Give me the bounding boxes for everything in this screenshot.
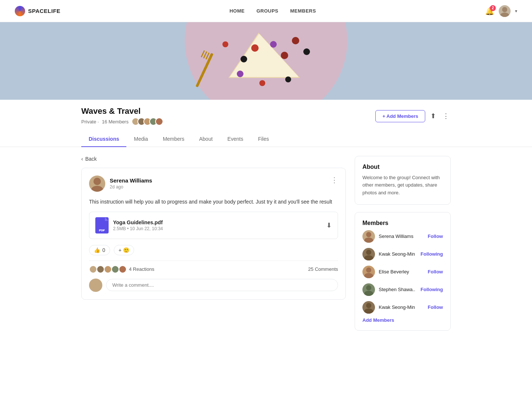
post-actions: 👍 0 + 🙂 [89,245,338,255]
member-name-1: Kwak Seong-Min [379,251,415,257]
like-button[interactable]: 👍 0 [89,245,110,255]
current-user-avatar [89,279,102,292]
logo-text: SPACELIFE [28,8,61,14]
group-actions: + Add Members ⬆ ⋮ [375,110,451,122]
notification-badge: 2 [490,5,496,11]
reaction-avatar-1 [89,265,97,273]
svg-point-15 [285,76,291,82]
hero-scene [0,22,532,100]
svg-point-13 [222,41,228,47]
content-left: ‹ Back Serena Williams 2d ago [81,156,346,338]
group-hero-image [0,22,532,100]
group-info: Waves & Travel Private · 16 Members [81,106,163,126]
svg-point-27 [364,255,373,260]
file-separator: • [127,226,130,231]
download-button[interactable]: ⬇ [326,221,332,229]
tab-files[interactable]: Files [250,132,276,147]
svg-point-10 [241,56,247,62]
svg-point-22 [93,178,101,185]
reaction-avatar-2 [96,265,105,273]
members-card: Members Serena Williams Follow Kwak Seon… [355,212,451,331]
following-button-1[interactable]: Following [420,251,443,257]
notification-button[interactable]: 🔔 2 [485,7,494,16]
svg-point-7 [251,44,259,52]
avatar-image [499,5,511,17]
file-size: 2.5MB [113,226,126,231]
add-members-link[interactable]: Add Members [362,317,443,323]
share-button[interactable]: ⬆ [429,110,437,122]
nav-home[interactable]: HOME [229,8,245,14]
member-left-3: Stephen Shawa.. [362,283,415,296]
tab-about[interactable]: About [192,132,220,147]
svg-point-25 [364,238,373,243]
svg-point-11 [292,37,299,44]
smiley-icon: 🙂 [123,247,129,253]
user-avatar[interactable] [499,5,511,17]
file-details: Yoga Guidelines.pdf 2.5MB • 10 Jun 22, 1… [113,219,163,231]
member-avatar-img-2 [362,266,375,278]
more-options-button[interactable]: ⋮ [441,110,451,122]
svg-point-29 [364,273,373,278]
member-name-4: Kwak Seong-Min [379,304,415,310]
svg-point-23 [91,186,103,192]
emoji-react-button[interactable]: + 🙂 [114,245,134,255]
post-author: Serena Williams 2d ago [89,175,152,192]
about-card: About Welcome to the group! Connect with… [355,156,451,205]
svg-point-30 [366,285,371,290]
file-name: Yoga Guidelines.pdf [113,219,163,225]
nav-groups[interactable]: GROUPS [256,8,278,14]
svg-point-14 [237,71,243,77]
content-right: About Welcome to the group! Connect with… [355,156,451,338]
member-row-1: Kwak Seong-Min Following [362,248,443,260]
thumbs-up-icon: 👍 [94,247,100,253]
file-attachment: PDF Yoga Guidelines.pdf 2.5MB • 10 Jun 2… [89,212,338,239]
author-avatar-image [89,175,105,192]
nav-links: HOME GROUPS MEMBERS [229,8,316,14]
reactions-area: 4 Reactions [89,265,154,273]
member-name-2: Elise Beverley [379,269,409,274]
reaction-avatars [89,265,127,273]
follow-button-0[interactable]: Follow [428,233,443,239]
comments-count: 25 Comments [308,266,338,272]
navbar: SPACELIFE HOME GROUPS MEMBERS 🔔 2 ▾ [0,0,532,22]
group-name: Waves & Travel [81,106,163,116]
member-avatar-img-0 [362,230,375,243]
comment-input[interactable] [106,279,338,291]
member-avatar-sm-1 [362,248,375,260]
group-header: Waves & Travel Private · 16 Members + Ad… [0,100,532,126]
back-label: Back [85,156,97,162]
member-row-4: Kwak Seong-Min Follow [362,301,443,314]
member-avatar-img-1 [362,248,375,260]
post-menu-button[interactable]: ⋮ [331,175,338,184]
tab-discussions[interactable]: Discussions [81,132,126,147]
nav-members[interactable]: MEMBERS [290,8,316,14]
member-avatar-5 [155,117,163,126]
member-avatar-img-3 [362,283,375,296]
tab-media[interactable]: Media [126,132,155,147]
svg-point-26 [366,250,371,255]
add-members-button[interactable]: + Add Members [375,110,425,122]
chevron-down-icon[interactable]: ▾ [515,8,517,14]
svg-point-1 [500,13,509,17]
member-avatar-sm-3 [362,283,375,296]
svg-point-31 [364,291,373,296]
group-privacy: Private · [81,119,99,125]
group-meta: Private · 16 Members [81,117,163,126]
pdf-icon: PDF [95,217,109,233]
post-header: Serena Williams 2d ago ⋮ [89,175,338,192]
follow-button-2[interactable]: Follow [428,269,443,274]
back-button[interactable]: ‹ Back [81,156,97,162]
member-avatar-sm-4 [362,301,375,314]
file-meta: 2.5MB • 10 Jun 22, 10:34 [113,226,163,231]
back-arrow-icon: ‹ [81,156,83,162]
file-date: 10 Jun 22, 10:34 [130,226,163,231]
following-button-3[interactable]: Following [420,287,443,292]
follow-button-4[interactable]: Follow [428,304,443,310]
tab-members[interactable]: Members [156,132,192,147]
member-left-0: Serena Williams [362,230,413,243]
tab-events[interactable]: Events [220,132,251,147]
plus-icon: + [119,247,122,253]
comment-area [89,279,338,292]
post-stats: 4 Reactions 25 Comments [89,260,338,273]
logo[interactable]: SPACELIFE [15,6,61,16]
